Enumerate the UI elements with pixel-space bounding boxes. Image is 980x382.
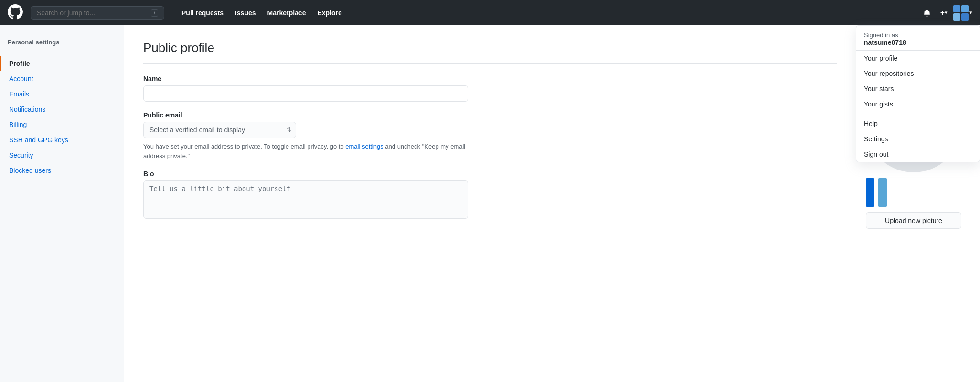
sidebar-item-emails[interactable]: Emails xyxy=(0,86,124,102)
dropdown-header: Signed in as natsume0718 xyxy=(856,26,980,51)
public-email-label: Public email xyxy=(143,111,837,119)
dropdown-help[interactable]: Help xyxy=(856,116,980,131)
dropdown-your-repositories[interactable]: Your repositories xyxy=(856,66,980,81)
bio-group: Bio xyxy=(143,170,837,220)
sidebar-item-profile[interactable]: Profile xyxy=(0,56,124,71)
upload-picture-button[interactable]: Upload new picture xyxy=(866,212,961,229)
email-note-text: You have set your email address to priva… xyxy=(143,143,345,150)
create-caret: ▾ xyxy=(945,10,948,16)
nav-marketplace[interactable]: Marketplace xyxy=(262,5,312,21)
nav-pull-requests[interactable]: Pull requests xyxy=(176,5,229,21)
dropdown-sign-out[interactable]: Sign out xyxy=(856,147,980,162)
signed-in-as-label: Signed in as xyxy=(864,32,972,39)
search-input[interactable] xyxy=(37,9,147,17)
dropdown-username: natsume0718 xyxy=(864,39,972,46)
sidebar-item-blocked-users[interactable]: Blocked users xyxy=(0,163,124,178)
plus-icon: + xyxy=(940,9,945,17)
dropdown-your-stars[interactable]: Your stars xyxy=(856,81,980,96)
avatar-caret: ▾ xyxy=(969,10,972,16)
user-dropdown-menu: Signed in as natsume0718 Your profile Yo… xyxy=(856,25,980,162)
notifications-button[interactable] xyxy=(919,6,935,20)
sidebar-item-security[interactable]: Security xyxy=(0,148,124,163)
header-right: + ▾ ▾ xyxy=(919,5,972,21)
name-label: Name xyxy=(143,75,837,83)
header: / Pull requests Issues Marketplace Explo… xyxy=(0,0,980,25)
sidebar-item-account[interactable]: Account xyxy=(0,71,124,86)
github-logo[interactable] xyxy=(8,4,23,21)
public-email-group: Public email Select a verified email to … xyxy=(143,111,837,160)
sidebar: Personal settings Profile Account Emails… xyxy=(0,25,124,382)
sidebar-section-title: Personal settings xyxy=(0,35,124,48)
dropdown-settings[interactable]: Settings xyxy=(856,131,980,147)
name-group: Name xyxy=(143,75,837,102)
email-settings-link[interactable]: email settings xyxy=(345,143,383,150)
dropdown-your-profile[interactable]: Your profile xyxy=(856,51,980,66)
blue-bar-2 xyxy=(878,178,887,207)
dropdown-divider-1 xyxy=(856,114,980,114)
email-select-wrapper: Select a verified email to display ⇅ xyxy=(143,122,296,138)
header-nav: Pull requests Issues Marketplace Explore xyxy=(176,5,348,21)
create-button[interactable]: + ▾ xyxy=(937,6,951,20)
page-title: Public profile xyxy=(143,41,837,64)
search-bar[interactable]: / xyxy=(31,6,164,20)
sidebar-item-billing[interactable]: Billing xyxy=(0,117,124,132)
sidebar-item-ssh-gpg[interactable]: SSH and GPG keys xyxy=(0,132,124,148)
dropdown-your-gists[interactable]: Your gists xyxy=(856,96,980,112)
name-input[interactable] xyxy=(143,85,468,102)
bio-label: Bio xyxy=(143,170,837,178)
bio-textarea[interactable] xyxy=(143,180,468,219)
page-layout: Personal settings Profile Account Emails… xyxy=(0,25,980,382)
main-content: Public profile Name Public email Select … xyxy=(124,25,856,382)
user-menu-button[interactable] xyxy=(953,5,969,21)
email-privacy-note: You have set your email address to priva… xyxy=(143,142,468,160)
nav-issues[interactable]: Issues xyxy=(229,5,262,21)
blue-bar-1 xyxy=(866,178,874,207)
email-select[interactable]: Select a verified email to display xyxy=(143,122,296,138)
sidebar-divider xyxy=(0,52,124,52)
search-kbd: / xyxy=(151,9,158,17)
nav-explore[interactable]: Explore xyxy=(311,5,347,21)
sidebar-item-notifications[interactable]: Notifications xyxy=(0,102,124,117)
